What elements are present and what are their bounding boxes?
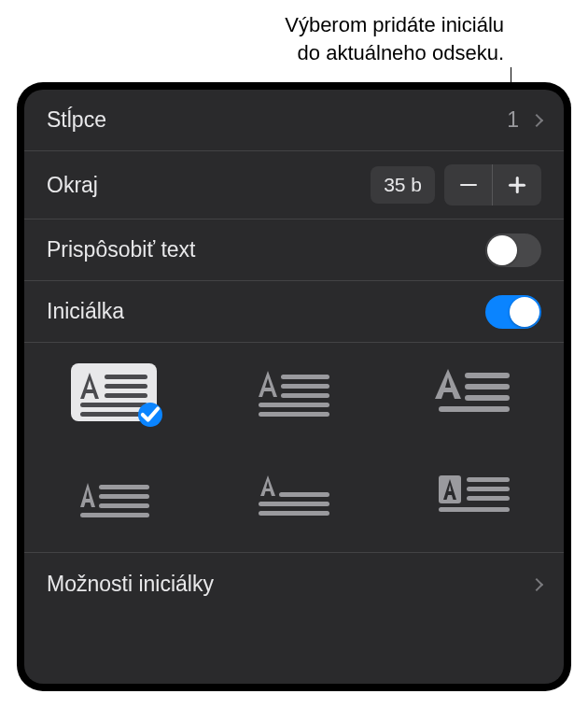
drop-cap-style-3[interactable] (431, 363, 517, 421)
fit-text-label: Prispôsobiť text (47, 237, 485, 262)
svg-rect-23 (467, 487, 510, 491)
svg-rect-19 (259, 502, 329, 506)
margin-stepper (444, 164, 541, 205)
svg-rect-11 (465, 384, 510, 389)
drop-cap-label: Iniciálka (47, 299, 485, 324)
drop-cap-style-2[interactable] (251, 363, 337, 421)
svg-rect-0 (105, 375, 147, 379)
svg-rect-8 (259, 403, 329, 407)
svg-rect-24 (467, 496, 510, 501)
svg-rect-12 (465, 395, 510, 401)
svg-rect-17 (80, 513, 149, 517)
annotation-line1: Výberom pridáte iniciálu (285, 11, 504, 39)
svg-rect-10 (465, 373, 510, 378)
fit-text-toggle[interactable] (485, 234, 541, 267)
fit-text-row: Prispôsobiť text (24, 219, 564, 281)
svg-rect-22 (467, 477, 510, 482)
columns-value: 1 (507, 107, 519, 133)
drop-cap-style-1[interactable] (71, 363, 157, 421)
margin-label: Okraj (47, 173, 371, 198)
svg-rect-15 (99, 494, 149, 499)
columns-label: Stĺpce (47, 107, 507, 133)
drop-cap-options-row[interactable]: Možnosti iniciálky (24, 553, 564, 617)
drop-cap-options-label: Možnosti iniciálky (47, 572, 526, 597)
chevron-right-icon (530, 113, 543, 126)
toggle-knob (510, 297, 539, 327)
drop-cap-style-5[interactable] (251, 466, 337, 524)
svg-rect-7 (281, 393, 329, 398)
panel-wrapper: Stĺpce 1 Okraj 35 b Prispôsobiť text (17, 82, 571, 691)
svg-rect-16 (99, 503, 149, 508)
svg-rect-6 (281, 384, 329, 389)
drop-cap-style-6[interactable] (431, 466, 517, 524)
toggle-knob (487, 235, 517, 265)
plus-icon (509, 177, 525, 193)
drop-cap-style-grid (24, 343, 564, 553)
svg-rect-2 (105, 393, 147, 398)
svg-rect-25 (439, 507, 510, 512)
drop-cap-row: Iniciálka (24, 281, 564, 343)
svg-rect-20 (259, 511, 329, 516)
svg-rect-9 (259, 412, 329, 417)
drop-cap-style-4[interactable] (71, 466, 157, 524)
columns-row[interactable]: Stĺpce 1 (24, 90, 564, 151)
svg-rect-1 (105, 384, 147, 389)
settings-panel: Stĺpce 1 Okraj 35 b Prispôsobiť text (24, 90, 564, 684)
margin-value: 35 b (371, 166, 435, 204)
svg-rect-13 (439, 406, 510, 412)
annotation-callout: Výberom pridáte iniciálu do aktuálneho o… (285, 11, 504, 66)
annotation-line2: do aktuálneho odseku. (285, 39, 504, 67)
svg-rect-18 (279, 492, 329, 497)
svg-rect-5 (281, 375, 329, 379)
check-badge-icon (138, 403, 162, 427)
margin-row: Okraj 35 b (24, 151, 564, 219)
svg-rect-14 (99, 485, 149, 489)
margin-decrease-button[interactable] (444, 164, 493, 205)
drop-cap-toggle[interactable] (485, 295, 541, 329)
margin-increase-button[interactable] (493, 164, 541, 205)
minus-icon (460, 184, 477, 187)
chevron-right-icon (530, 577, 543, 590)
